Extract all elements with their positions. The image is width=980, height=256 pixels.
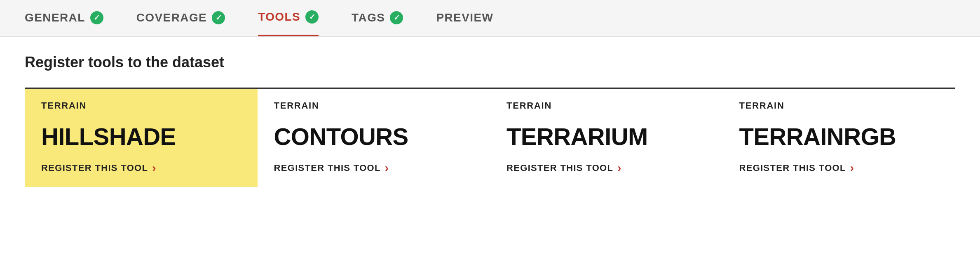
tool-card-hillshade: TERRAINHILLSHADEREGISTER THIS TOOL› [25, 88, 258, 187]
tab-check-icon-general: ✓ [90, 11, 103, 24]
tool-card-terrarium: TERRAINTERRARIUMREGISTER THIS TOOL› [490, 88, 723, 187]
tab-label-tools: TOOLS [258, 10, 300, 24]
tool-card-terrainrgb: TERRAINTERRAINRGBREGISTER THIS TOOL› [723, 88, 956, 187]
tool-category-terrarium: TERRAIN [506, 100, 706, 111]
tab-label-tags: TAGS [352, 11, 385, 24]
tool-category-hillshade: TERRAIN [41, 100, 241, 111]
main-content: Register tools to the dataset TERRAINHIL… [0, 37, 980, 212]
tool-category-terrainrgb: TERRAIN [739, 100, 939, 111]
tool-category-contours: TERRAIN [274, 100, 474, 111]
tool-name-contours: CONTOURS [274, 123, 474, 150]
tab-label-preview: PREVIEW [436, 11, 493, 24]
tab-coverage[interactable]: COVERAGE✓ [136, 0, 225, 36]
page-wrapper: GENERAL✓COVERAGE✓TOOLS✓TAGS✓PREVIEW Regi… [0, 0, 980, 256]
tab-check-icon-coverage: ✓ [212, 11, 225, 24]
register-button-hillshade[interactable]: REGISTER THIS TOOL› [41, 162, 241, 174]
chevron-right-icon-hillshade: › [152, 162, 156, 174]
chevron-right-icon-contours: › [385, 162, 389, 174]
tab-check-icon-tools: ✓ [305, 10, 319, 24]
chevron-right-icon-terrarium: › [617, 162, 621, 174]
tab-general[interactable]: GENERAL✓ [25, 0, 103, 36]
tab-bar: GENERAL✓COVERAGE✓TOOLS✓TAGS✓PREVIEW [0, 0, 980, 37]
tab-preview[interactable]: PREVIEW [436, 0, 493, 36]
register-label-terrarium: REGISTER THIS TOOL [506, 163, 613, 173]
tab-tags[interactable]: TAGS✓ [352, 0, 403, 36]
tab-label-general: GENERAL [25, 11, 85, 24]
register-button-terrainrgb[interactable]: REGISTER THIS TOOL› [739, 162, 939, 174]
register-button-contours[interactable]: REGISTER THIS TOOL› [274, 162, 474, 174]
chevron-right-icon-terrainrgb: › [850, 162, 854, 174]
tool-name-hillshade: HILLSHADE [41, 123, 241, 150]
tab-check-icon-tags: ✓ [390, 11, 403, 24]
tab-label-coverage: COVERAGE [136, 11, 207, 24]
tab-tools[interactable]: TOOLS✓ [258, 0, 319, 36]
register-label-terrainrgb: REGISTER THIS TOOL [739, 163, 846, 173]
section-title: Register tools to the dataset [25, 54, 955, 71]
register-label-contours: REGISTER THIS TOOL [274, 163, 381, 173]
register-button-terrarium[interactable]: REGISTER THIS TOOL› [506, 162, 706, 174]
tool-card-contours: TERRAINCONTOURSREGISTER THIS TOOL› [258, 88, 490, 187]
register-label-hillshade: REGISTER THIS TOOL [41, 163, 148, 173]
tool-name-terrainrgb: TERRAINRGB [739, 123, 939, 150]
tool-name-terrarium: TERRARIUM [506, 123, 706, 150]
tools-grid: TERRAINHILLSHADEREGISTER THIS TOOL›TERRA… [25, 88, 955, 187]
